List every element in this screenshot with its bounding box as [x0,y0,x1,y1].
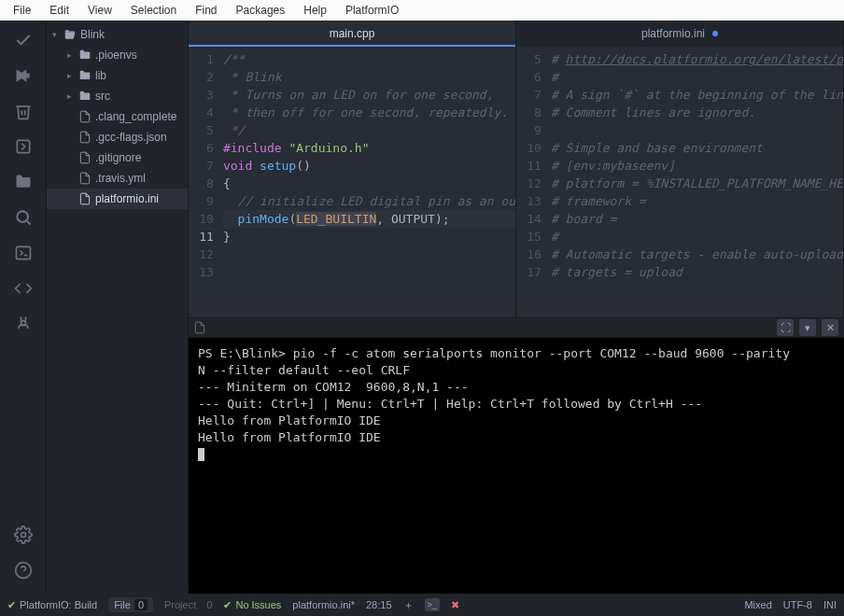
file-tree: ▾ Blink ▸.pioenvs ▸lib ▸src .clang_compl… [47,21,189,594]
tree-root[interactable]: ▾ Blink [47,24,188,45]
menu-view[interactable]: View [78,2,121,19]
tree-label: .gcc-flags.json [95,131,167,144]
gutter: 567891011121314151617 [516,47,551,317]
status-filename[interactable]: platformio.ini* [292,599,355,610]
file-icon [78,151,91,164]
svg-line-2 [26,221,30,225]
tool-dock [0,21,47,594]
pane-footer: ⛶ ▾ ✕ [189,317,844,338]
tree-file[interactable]: .clang_complete [47,106,188,127]
plug-icon[interactable] [13,314,34,334]
trash-icon[interactable] [13,101,34,121]
tree-label: .clang_complete [95,110,176,123]
status-line-ending[interactable]: Mixed [744,599,771,610]
folder-open-icon [63,28,77,41]
upload-icon[interactable] [13,65,34,86]
tree-label: platformio.ini [95,192,159,205]
editor-left[interactable]: 12345678910111213 /** * Blink * Turns on… [189,47,516,317]
terminal-output: PS E:\Blink> pio -f -c atom serialports … [189,338,844,470]
settings-icon[interactable] [13,525,34,545]
tree-file[interactable]: .gitignore [47,147,188,168]
count: 0 [134,599,148,610]
label: No Issues [235,599,281,610]
file-icon [78,110,91,123]
code-body[interactable]: /** * Blink * Turns on an LED on for one… [223,47,515,317]
help-icon[interactable] [13,560,34,581]
tree-label: .gitignore [95,151,141,164]
status-build-label: PlatformIO: Build [20,599,97,610]
code-icon[interactable] [13,278,34,299]
editor-area: main.cpp platformio.ini 1234567891011121… [189,21,844,594]
tree-file[interactable]: .travis.yml [47,168,188,189]
menu-packages[interactable]: Packages [227,2,295,19]
status-close-terminal[interactable]: ✖ [451,599,459,611]
menu-file[interactable]: File [4,2,40,19]
tree-label: src [95,90,110,103]
status-issues[interactable]: ✔No Issues [223,599,281,611]
folder-icon [78,90,91,103]
menu-platformio[interactable]: PlatformIO [336,2,408,19]
file-icon [78,192,91,205]
status-file-count[interactable]: File0 [108,597,153,612]
tree-label: .travis.yml [95,172,146,185]
terminal-icon[interactable] [13,243,34,263]
menu-selection[interactable]: Selection [121,2,186,19]
tree-label: lib [95,69,106,82]
init-icon[interactable] [13,136,34,157]
check-icon[interactable] [13,30,34,50]
menu-edit[interactable]: Edit [40,2,78,19]
label: File [114,599,131,610]
status-terminal-tab[interactable]: >_ [425,598,440,611]
tree-root-label: Blink [80,28,105,41]
status-add-terminal[interactable]: ＋ [403,598,414,612]
folder-icon [78,69,91,82]
terminal-panel[interactable]: PS E:\Blink> pio -f -c atom serialports … [189,338,844,594]
label: Project [164,599,196,610]
gutter: 12345678910111213 [189,47,223,317]
status-build[interactable]: ✔PlatformIO: Build [7,599,97,611]
tree-folder[interactable]: ▸lib [47,65,188,86]
terminal-close-icon[interactable]: ✕ [822,319,838,336]
tab-label: platformio.ini [641,27,705,40]
menu-find[interactable]: Find [186,2,226,19]
terminal-fullscreen-icon[interactable]: ⛶ [777,319,794,336]
file-icon [78,172,91,185]
status-language[interactable]: INI [823,599,837,610]
modified-dot-icon [712,31,718,36]
status-bar: ✔PlatformIO: Build File0 Project 0 ✔No I… [0,594,844,616]
file-icon [78,131,91,144]
tree-folder[interactable]: ▸src [47,86,188,106]
tree-file[interactable]: platformio.ini [47,189,188,209]
tree-label: .pioenvs [95,49,137,62]
tree-file[interactable]: .gcc-flags.json [47,127,188,147]
folder-icon[interactable] [13,172,34,192]
tab-label: main.cpp [330,27,375,40]
svg-rect-0 [17,140,29,152]
status-project-count[interactable]: Project 0 [164,599,212,610]
code-body[interactable]: # http://docs.platformio.org/en/latest/p… [551,47,843,317]
status-encoding[interactable]: UTF-8 [783,599,812,610]
count: 0 [206,599,212,610]
editor-right[interactable]: 567891011121314151617 # http://docs.plat… [516,47,844,317]
tab-platformio-ini[interactable]: platformio.ini [516,21,844,47]
svg-point-1 [17,211,28,222]
tab-main-cpp[interactable]: main.cpp [189,21,516,47]
search-icon[interactable] [13,207,34,228]
status-cursor-pos[interactable]: 28:15 [366,599,392,610]
terminal-dropdown-icon[interactable]: ▾ [799,319,816,336]
svg-point-5 [21,321,25,326]
tree-folder[interactable]: ▸.pioenvs [47,45,188,65]
menu-bar: File Edit View Selection Find Packages H… [0,0,844,21]
menu-help[interactable]: Help [294,2,336,19]
folder-icon [78,49,91,62]
tabs-row: main.cpp platformio.ini [189,21,844,47]
svg-point-6 [21,533,25,538]
file-small-icon[interactable] [189,321,211,334]
